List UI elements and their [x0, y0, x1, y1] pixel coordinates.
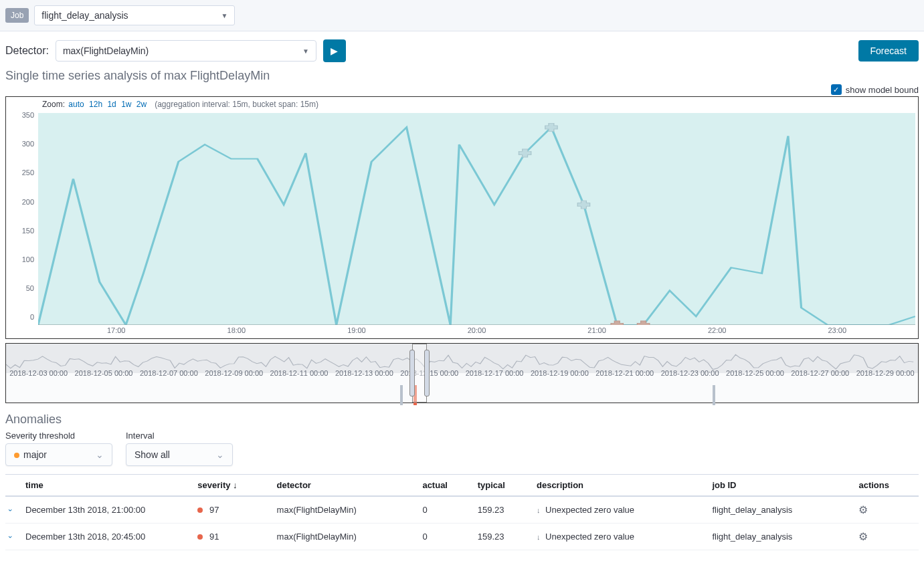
- cell-time: December 13th 2018, 21:00:00: [21, 496, 193, 524]
- gear-icon[interactable]: ⚙: [858, 504, 868, 516]
- overview-top: [6, 344, 918, 373]
- y-axis: 050100150200250300350: [6, 112, 38, 325]
- chevron-right-icon: ›: [7, 536, 15, 538]
- zoom-1d[interactable]: 1d: [107, 100, 116, 109]
- arrow-down-icon: ↓: [537, 533, 541, 541]
- cell-description: ↓ Unexpected zero value: [533, 524, 708, 550]
- x-tick: 18:00: [227, 326, 246, 334]
- chart-header: Zoom: auto 12h 1d 1w 2w (aggregation int…: [5, 96, 919, 112]
- interval-label: Interval: [126, 431, 233, 441]
- interval-filter: Interval Show all ⌄: [126, 431, 233, 466]
- cell-detector: max(FlightDelayMin): [273, 496, 419, 524]
- y-tick: 150: [22, 227, 34, 235]
- caret-down-icon: ▼: [302, 47, 309, 55]
- y-tick: 200: [22, 198, 34, 206]
- show-model-bound-label: show model bound: [846, 85, 919, 95]
- overview-brush[interactable]: [412, 344, 427, 403]
- severity-filter: Severity threshold major ⌄: [5, 431, 112, 466]
- job-select-value: flight_delay_analysis: [41, 10, 128, 21]
- col-actions[interactable]: actions: [854, 475, 919, 497]
- brush-handle-left[interactable]: [409, 350, 415, 396]
- cell-typical: 159.23: [474, 496, 533, 524]
- cell-actions: ⚙: [854, 524, 919, 550]
- arrow-down-icon: ↓: [537, 506, 541, 514]
- zoom-2w[interactable]: 2w: [136, 100, 147, 109]
- y-tick: 100: [22, 255, 34, 263]
- zoom-1w[interactable]: 1w: [121, 100, 131, 109]
- col-job-id[interactable]: job ID: [708, 475, 854, 497]
- col-detector[interactable]: detector: [273, 475, 419, 497]
- anomalies-table: time severity ↓ detector actual typical …: [5, 474, 919, 550]
- cell-description: ↓ Unexpected zero value: [533, 496, 708, 524]
- y-tick: 50: [26, 284, 34, 292]
- job-select[interactable]: flight_delay_analysis ▼: [34, 5, 235, 25]
- model-bound-toggle-row: ✓ show model bound: [0, 83, 924, 96]
- chevron-down-icon: ⌄: [216, 449, 224, 460]
- caret-down-icon: ▼: [221, 12, 227, 19]
- section-title: Single time series analysis of max Fligh…: [0, 66, 924, 83]
- severity-select[interactable]: major ⌄: [5, 443, 112, 466]
- overview-marker: [400, 385, 403, 405]
- zoom-links: auto 12h 1d 1w 2w: [67, 100, 150, 109]
- plot-area: [38, 113, 915, 325]
- show-model-bound-checkbox[interactable]: ✓: [831, 84, 842, 95]
- gear-icon[interactable]: ⚙: [858, 531, 868, 542]
- table-row: › December 13th 2018, 20:45:00 91 max(Fl…: [5, 524, 919, 550]
- play-icon: ▶: [331, 45, 338, 56]
- severity-dot-icon: [14, 453, 19, 458]
- model-bound-area: [38, 113, 915, 325]
- zoom-12h[interactable]: 12h: [89, 100, 102, 109]
- x-tick: 19:00: [347, 326, 366, 334]
- expand-row-button[interactable]: ›: [5, 496, 21, 524]
- col-typical[interactable]: typical: [474, 475, 533, 497]
- play-button[interactable]: ▶: [323, 39, 346, 62]
- col-actual[interactable]: actual: [418, 475, 473, 497]
- table-row: › December 13th 2018, 21:00:00 97 max(Fl…: [5, 496, 919, 524]
- detector-select-value: max(FlightDelayMin): [63, 45, 149, 56]
- col-time[interactable]: time: [21, 475, 193, 497]
- severity-threshold-label: Severity threshold: [5, 431, 112, 441]
- forecast-button[interactable]: Forecast: [858, 40, 919, 62]
- y-tick: 0: [30, 313, 34, 321]
- severity-value: major: [14, 449, 47, 460]
- controls-row: Detector: max(FlightDelayMin) ▼ ▶ Foreca…: [0, 31, 924, 66]
- agg-interval-text: (aggregation interval: 15m, bucket span:…: [155, 100, 318, 109]
- main-chart[interactable]: 050100150200250300350 17:0018:0019:0020:…: [5, 112, 919, 339]
- x-axis: 17:0018:0019:0020:0021:0022:0023:00: [38, 325, 915, 338]
- x-tick: 22:00: [708, 326, 727, 334]
- detector-label: Detector:: [5, 45, 49, 57]
- detector-select[interactable]: max(FlightDelayMin) ▼: [56, 40, 316, 62]
- chevron-down-icon: ⌄: [96, 449, 104, 460]
- cell-severity: 91: [193, 524, 272, 550]
- top-bar: Job flight_delay_analysis ▼: [0, 0, 924, 31]
- overview-sparkline: [6, 344, 918, 373]
- interval-select[interactable]: Show all ⌄: [126, 443, 233, 466]
- cell-actual: 0: [418, 524, 473, 550]
- col-severity[interactable]: severity ↓: [193, 475, 272, 497]
- expand-row-button[interactable]: ›: [5, 524, 21, 550]
- filter-row: Severity threshold major ⌄ Interval Show…: [5, 431, 919, 466]
- cell-time: December 13th 2018, 20:45:00: [21, 524, 193, 550]
- brush-handle-right[interactable]: [424, 350, 430, 396]
- x-tick: 21:00: [587, 326, 606, 334]
- x-tick: 17:00: [107, 326, 126, 334]
- cell-actual: 0: [418, 496, 473, 524]
- severity-dot-icon: [197, 534, 203, 540]
- zoom-auto[interactable]: auto: [68, 100, 84, 109]
- job-badge: Job: [5, 8, 29, 23]
- x-tick: 23:00: [828, 326, 847, 334]
- x-tick: 20:00: [468, 326, 486, 334]
- cell-typical: 159.23: [474, 524, 533, 550]
- y-tick: 350: [22, 111, 34, 119]
- col-description[interactable]: description: [533, 475, 708, 497]
- y-tick: 250: [22, 168, 34, 177]
- cell-actions: ⚙: [854, 496, 919, 524]
- left-controls: Detector: max(FlightDelayMin) ▼ ▶: [5, 39, 346, 62]
- zoom-label: Zoom:: [42, 100, 65, 109]
- cell-severity: 97: [193, 496, 272, 524]
- y-tick: 300: [22, 140, 34, 148]
- overview-chart[interactable]: 2018-12-03 00:002018-12-05 00:002018-12-…: [5, 343, 919, 403]
- overview-marker: [713, 385, 715, 405]
- overview-bottom: [6, 373, 918, 403]
- anomalies-heading: Anomalies: [5, 413, 919, 427]
